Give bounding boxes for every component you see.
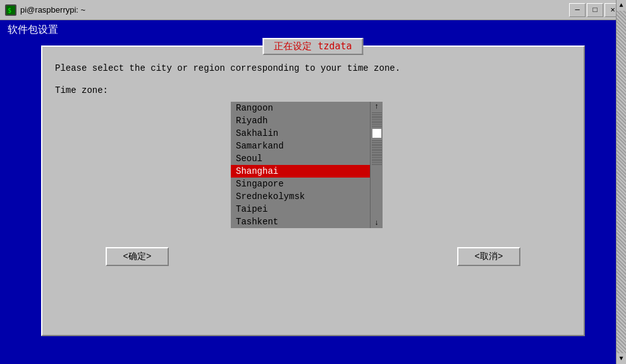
list-item[interactable]: Samarkand [231, 140, 370, 152]
dialog-message: Please select the city or region corresp… [55, 62, 571, 75]
maximize-button[interactable]: □ [587, 3, 603, 17]
list-item[interactable]: Rangoon [231, 102, 370, 114]
list-item[interactable]: Srednekolymsk [231, 190, 370, 203]
list-item[interactable]: Taipei [231, 203, 370, 215]
svg-text:$: $ [8, 7, 11, 14]
dialog-box: 正在设定 tzdata Please select the city or re… [41, 46, 585, 336]
scrollbar[interactable]: ↑ ↓ [370, 102, 383, 228]
package-label: 软件包设置 [0, 20, 626, 39]
dialog-buttons: <确定> <取消> [55, 241, 571, 272]
timezone-label: Time zone: [55, 85, 571, 95]
window-scroll-down[interactable]: ▼ [619, 353, 623, 364]
title-bar-left: $ pi@raspberrypi: ~ [5, 4, 85, 16]
list-item[interactable]: Tashkent [231, 215, 370, 228]
terminal-icon: $ [5, 4, 16, 16]
title-bar-controls: — □ ✕ [569, 3, 621, 17]
window-scroll-track [617, 11, 626, 353]
list-item[interactable]: Shanghai [231, 165, 370, 178]
minimize-button[interactable]: — [569, 3, 586, 17]
window-scroll-up[interactable]: ▲ [619, 0, 623, 11]
list-item[interactable]: Riyadh [231, 114, 370, 127]
window-scrollbar[interactable]: ▲ ▼ [616, 0, 626, 364]
scroll-down-arrow[interactable]: ↓ [374, 218, 379, 228]
dialog-title: 正在设定 tzdata [262, 38, 363, 55]
main-area: 正在设定 tzdata Please select the city or re… [0, 39, 626, 364]
dialog-content: Please select the city or region corresp… [42, 47, 584, 285]
title-bar: $ pi@raspberrypi: ~ — □ ✕ [0, 0, 626, 20]
list-item[interactable]: Seoul [231, 152, 370, 165]
timezone-list[interactable]: RangoonRiyadhSakhalinSamarkandSeoulShang… [231, 102, 370, 228]
list-container: RangoonRiyadhSakhalinSamarkandSeoulShang… [55, 102, 571, 228]
ok-button[interactable]: <确定> [106, 247, 169, 266]
list-item[interactable]: Sakhalin [231, 127, 370, 140]
cancel-button[interactable]: <取消> [457, 247, 520, 266]
scroll-up-arrow[interactable]: ↑ [374, 102, 379, 112]
list-item[interactable]: Singapore [231, 178, 370, 190]
scroll-thumb [372, 128, 382, 138]
list-wrapper: RangoonRiyadhSakhalinSamarkandSeoulShang… [231, 102, 395, 228]
window-title: pi@raspberrypi: ~ [20, 5, 85, 15]
